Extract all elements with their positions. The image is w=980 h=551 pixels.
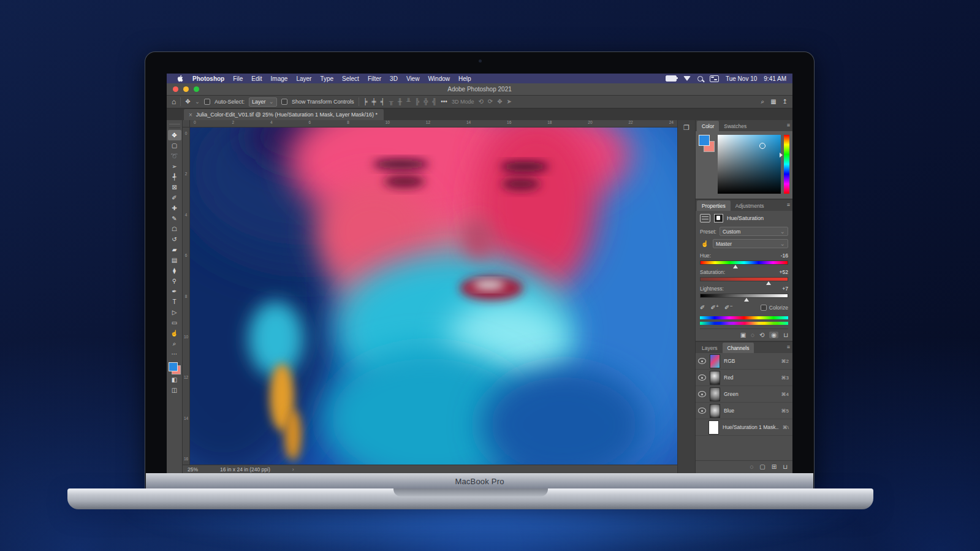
crop-tool[interactable]: ╃ [168,172,181,182]
menu-filter[interactable]: Filter [363,75,386,82]
menu-select[interactable]: Select [338,75,363,82]
more-options-icon[interactable]: ••• [441,99,447,105]
layer-visibility-icon[interactable]: ◉ [769,332,778,338]
eyedropper-sample-icon[interactable]: ✐ [700,304,705,311]
lightness-slider-thumb[interactable] [744,298,749,302]
align-bottom-edges-icon[interactable]: ╨ [406,99,411,105]
foreground-color-swatch[interactable] [169,362,178,371]
menu-type[interactable]: Type [316,75,338,82]
clip-to-layer-icon[interactable]: ▣ [740,332,746,338]
move-tool-options-icon[interactable]: ✥ [185,99,190,105]
brush-tool[interactable]: ✎ [168,213,181,224]
preset-dropdown[interactable]: Custom ⌄ [720,227,788,236]
home-icon[interactable]: ⌂ [172,98,176,105]
collapsed-panel-icon[interactable]: ❐ [683,124,689,132]
blur-tool[interactable]: ⧫ [168,265,181,276]
path-selection-tool[interactable]: ▷ [168,307,181,317]
hue-strip-marker[interactable] [780,153,783,158]
vertical-ruler[interactable]: 0246810121416 [183,127,190,465]
foreground-color-swatch[interactable] [699,135,710,146]
frame-tool[interactable]: ⊠ [168,182,181,192]
lasso-tool[interactable]: ➰ [168,151,181,161]
panel-menu-icon[interactable]: ≡ [787,202,790,208]
slide-3d-icon[interactable]: ➤ [507,99,512,105]
visibility-eye-icon[interactable] [698,358,706,364]
tab-swatches[interactable]: Swatches [719,121,751,131]
orbit-3d-icon[interactable]: ⟲ [478,99,483,105]
document-info[interactable]: 16 in x 24 in (240 ppi) [220,466,270,473]
object-selection-tool[interactable]: ➢ [168,161,181,172]
menu-file[interactable]: File [229,75,247,82]
auto-select-checkbox[interactable] [204,99,210,105]
show-transform-controls-checkbox[interactable] [281,99,287,105]
color-picker-marker[interactable] [759,143,765,149]
distribute-right-icon[interactable]: ╣ [432,99,436,105]
eyedropper-subtract-icon[interactable]: ✐⁻ [724,304,733,311]
align-horizontal-centers-icon[interactable]: ╪ [372,99,376,105]
colorize-checkbox[interactable] [761,305,767,311]
zoom-level[interactable]: 25% [188,466,198,473]
lightness-slider[interactable] [700,294,788,298]
visibility-eye-icon[interactable] [698,391,706,397]
saturation-slider-thumb[interactable] [766,281,771,285]
toolbar-grip[interactable] [169,124,180,128]
history-brush-tool[interactable]: ↺ [168,234,181,245]
share-icon[interactable]: ↥ [783,99,788,105]
chevron-down-icon[interactable]: ⌄ [195,99,200,105]
distribute-centers-icon[interactable]: ╬ [424,99,428,105]
targeted-adjustment-icon[interactable]: ☝ [700,240,710,247]
delete-adjustment-icon[interactable]: ⊔ [783,332,788,338]
delete-channel-icon[interactable]: ⊔ [783,463,788,470]
hue-strip[interactable] [784,135,789,194]
gradient-tool[interactable]: ▤ [168,255,181,265]
search-icon[interactable]: ⌕ [761,99,765,105]
menu-photoshop[interactable]: Photoshop [188,75,229,82]
apple-menu[interactable] [173,75,188,82]
menu-edit[interactable]: Edit [247,75,266,82]
hue-slider-thumb[interactable] [733,265,738,268]
tab-layers[interactable]: Layers [697,343,723,353]
type-tool[interactable]: T [168,297,181,307]
control-center-icon[interactable] [710,75,719,82]
tab-adjustments[interactable]: Adjustments [731,200,769,211]
eyedropper-add-icon[interactable]: ✐⁺ [710,304,719,311]
eyedropper-tool[interactable]: ✐ [168,192,181,203]
horizontal-ruler[interactable]: 024681012141618202224 [190,120,677,127]
zoom-tool[interactable]: ⌕ [168,338,181,349]
menu-layer[interactable]: Layer [292,75,316,82]
channel-row-red[interactable]: Red ⌘3 [696,370,792,386]
healing-brush-tool[interactable]: ✚ [168,203,181,213]
rectangle-tool[interactable]: ▭ [168,317,181,328]
align-left-edges-icon[interactable]: ╞ [363,99,368,105]
menu-window[interactable]: Window [424,75,454,82]
reset-adjustment-icon[interactable]: ⟲ [759,332,764,338]
pen-tool[interactable]: ✒ [168,286,181,297]
saturation-value[interactable]: +52 [780,269,788,275]
menu-view[interactable]: View [402,75,424,82]
screen-mode-button[interactable]: ◫ [168,385,181,395]
visibility-eye-icon[interactable] [698,374,706,381]
eraser-tool[interactable]: ▰ [168,245,181,255]
quick-mask-button[interactable]: ◧ [168,374,181,385]
saturation-slider[interactable] [700,277,788,281]
close-tab-icon[interactable]: × [189,112,192,118]
wifi-icon[interactable] [683,76,691,81]
workspace-switcher-icon[interactable]: ▦ [770,99,776,105]
load-selection-icon[interactable]: ◌ [750,463,753,470]
drag-3d-icon[interactable]: ✥ [497,99,502,105]
hand-tool[interactable]: ☝ [168,328,181,338]
hue-value[interactable]: -16 [781,253,788,259]
roll-3d-icon[interactable]: ⟳ [488,99,493,105]
menu-3d[interactable]: 3D [386,75,402,82]
menu-bar-date[interactable]: Tue Nov 10 [726,75,757,82]
distribute-left-icon[interactable]: ╠ [415,99,419,105]
auto-select-target-dropdown[interactable]: Layer ⌄ [249,97,277,107]
menu-image[interactable]: Image [267,75,292,82]
panel-menu-icon[interactable]: ≡ [787,344,790,350]
save-selection-icon[interactable]: ▢ [759,463,765,470]
move-tool[interactable]: ✥ [168,130,181,140]
tab-color[interactable]: Color [697,121,719,131]
spotlight-icon[interactable] [697,76,703,82]
edit-toolbar-button[interactable]: ⋯ [168,349,181,359]
tab-channels[interactable]: Channels [723,343,754,353]
